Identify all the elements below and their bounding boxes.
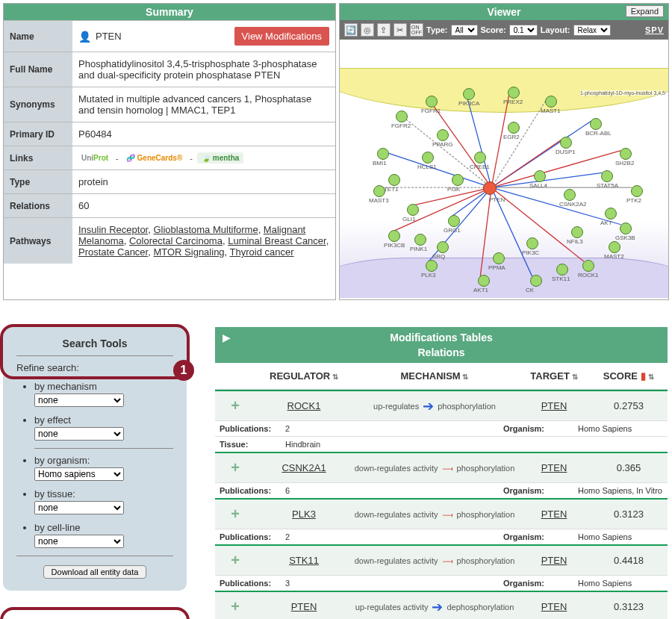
network-node[interactable] [508, 87, 520, 99]
pathway-link[interactable]: MTOR Signaling [153, 246, 224, 258]
network-node[interactable] [560, 137, 572, 149]
network-node[interactable] [556, 264, 568, 276]
network-node[interactable] [377, 148, 389, 160]
network-node-label: PIK3CA [458, 100, 479, 107]
network-node[interactable] [582, 260, 594, 272]
pathways-cell: Insulin Receptor, Glioblastoma Multiform… [72, 218, 335, 264]
network-node[interactable] [478, 275, 490, 287]
type-select[interactable]: All [451, 25, 478, 36]
expand-button[interactable]: Expand [626, 5, 664, 17]
toolbar-toggle-icon[interactable]: ONOFF [410, 23, 423, 37]
col-mechanism[interactable]: MECHANISM [352, 370, 517, 382]
table-row: +STK11down-regulates activity⟞phosphoryl… [215, 544, 668, 575]
org-value: Homo Sapiens [578, 424, 668, 433]
row-label-pathways: Pathways [4, 218, 72, 264]
network-node[interactable] [534, 170, 546, 182]
target-link[interactable]: PTEN [541, 555, 567, 566]
target-link[interactable]: PTEN [541, 601, 567, 612]
network-node[interactable] [388, 230, 400, 242]
network-node[interactable] [474, 152, 486, 164]
network-node[interactable] [437, 129, 449, 141]
score-select[interactable]: 0.1 [509, 25, 538, 36]
network-node[interactable] [590, 118, 602, 130]
target-link[interactable]: PTEN [541, 508, 567, 520]
network-node-label: BCR-ABL [585, 130, 612, 137]
network-node[interactable] [388, 174, 400, 186]
summary-body[interactable]: Name 👤 PTEN View Modifications Full Name… [4, 20, 335, 298]
filter-item: by cell-linenone [34, 522, 173, 548]
view-modifications-button[interactable]: View Modifications [234, 27, 329, 46]
network-node[interactable] [545, 96, 557, 108]
synonyms-value: Mutated in multiple advanced cancers 1, … [72, 87, 335, 122]
network-node[interactable] [426, 260, 438, 272]
network-node[interactable] [564, 189, 576, 201]
pathway-link[interactable]: Glioblastoma Multiforme [153, 224, 258, 235]
network-node[interactable] [414, 234, 426, 246]
filter-select[interactable]: none [34, 501, 124, 514]
expand-row-icon[interactable]: + [215, 506, 255, 523]
network-node[interactable] [448, 215, 460, 227]
table-row: +ROCK1up-regulates➔phosphorylationPTEN0.… [215, 390, 668, 420]
genecards-link[interactable]: 🧬 GeneCards® [123, 153, 186, 163]
filter-select[interactable]: Homo sapiens [34, 467, 124, 481]
network-node[interactable] [526, 237, 538, 249]
toolbar-refresh-icon[interactable]: 🔄 [344, 23, 358, 37]
network-node[interactable] [493, 252, 505, 264]
regulator-link[interactable]: CSNK2A1 [281, 462, 326, 473]
pathway-link[interactable]: Insulin Receptor [78, 224, 148, 235]
col-score[interactable]: SCORE ▮ ⇅ [591, 370, 666, 382]
col-regulator[interactable]: REGULATOR [255, 370, 352, 382]
network-node[interactable] [620, 223, 632, 234]
expand-row-icon[interactable]: + [215, 459, 255, 476]
spv-link[interactable]: SPV [645, 25, 664, 34]
regulator-link[interactable]: ROCK1 [287, 400, 321, 411]
network-node[interactable] [426, 96, 438, 108]
toolbar-cut-icon[interactable]: ✂ [393, 23, 407, 37]
filter-label: by organism: [34, 455, 173, 466]
target-link[interactable]: PTEN [541, 400, 567, 411]
collapse-icon[interactable]: ▶ [223, 332, 231, 343]
pathway-link[interactable]: Colorectal Carcinoma [129, 235, 223, 246]
network-node[interactable] [437, 241, 449, 253]
layout-select[interactable]: Relax [573, 25, 611, 36]
network-node[interactable] [605, 208, 617, 220]
pathway-link[interactable]: Prostate Cancer [78, 246, 148, 258]
network-node[interactable] [422, 152, 434, 164]
network-node[interactable] [601, 170, 613, 182]
filter-label: by effect [34, 414, 173, 426]
col-target[interactable]: TARGET [517, 370, 591, 382]
network-node[interactable] [571, 226, 583, 238]
network-node[interactable] [407, 204, 419, 216]
pathway-link[interactable]: Luminal Breast Cancer [228, 235, 326, 246]
network-node[interactable] [609, 241, 620, 253]
pub-value: 2 [281, 424, 290, 433]
expand-row-icon[interactable]: + [215, 552, 255, 569]
annotation-label: 1-phosphatidyl-1D-myo-inositol 3,4,5 [580, 90, 665, 96]
toolbar-share-icon[interactable]: ⇪ [377, 23, 391, 37]
toolbar-camera-icon[interactable]: ◎ [361, 23, 374, 37]
uniprot-link[interactable]: UniProt [78, 153, 111, 163]
network-canvas[interactable]: PTEN FGFR2FGFR1PIK3CAPREX2MAST1BCR-ABLSH… [340, 40, 668, 298]
regulator-link[interactable]: PLK3 [292, 508, 316, 520]
regulator-link[interactable]: PTEN [291, 601, 317, 612]
expand-row-icon[interactable]: + [215, 598, 255, 615]
filter-select[interactable]: none [34, 394, 124, 407]
filter-select[interactable]: none [34, 535, 124, 548]
filter-select[interactable]: none [34, 427, 124, 441]
network-node[interactable] [631, 185, 643, 197]
regulator-link[interactable]: STK11 [289, 555, 319, 566]
expand-row-icon[interactable]: + [215, 397, 255, 414]
node-center[interactable] [483, 181, 497, 195]
network-node[interactable] [530, 275, 542, 287]
network-node-label: PPARG [432, 141, 452, 148]
network-node[interactable] [620, 148, 632, 160]
download-all-button[interactable]: Download all entity data [43, 565, 147, 579]
pathway-link[interactable]: Thyroid cancer [230, 246, 294, 258]
target-link[interactable]: PTEN [541, 462, 567, 473]
network-node[interactable] [463, 88, 475, 100]
network-node[interactable] [396, 111, 408, 122]
mentha-link[interactable]: 🍃 mentha [197, 152, 243, 164]
network-node[interactable] [452, 174, 464, 186]
viewer-header: Viewer Expand [340, 4, 668, 20]
network-node[interactable] [508, 122, 520, 134]
